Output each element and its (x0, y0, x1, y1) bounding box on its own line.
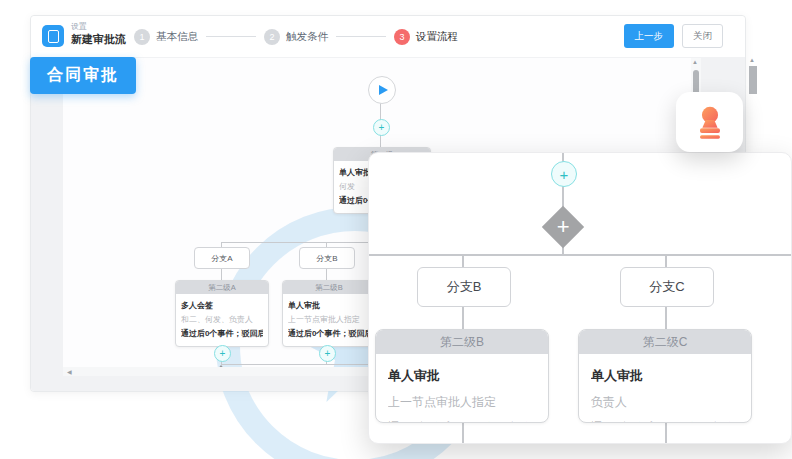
scroll-up-icon[interactable]: ▲ (692, 59, 698, 65)
add-node-button[interactable]: + (319, 345, 336, 362)
approver: 和二、何发、负责人 (181, 314, 263, 325)
approval-card-level2c[interactable]: 第二级C 单人审批 负责人 通过后0个事件；驳回后0个事件 (578, 329, 752, 423)
previous-step-button[interactable]: 上一步 (624, 24, 675, 48)
branch-node-b[interactable]: 分支B (299, 247, 355, 269)
card-header: 第二级B (283, 281, 375, 294)
connector-line (462, 254, 464, 267)
stamp-icon (691, 103, 729, 141)
step-label: 基本信息 (156, 30, 198, 44)
plus-icon: + (560, 166, 569, 183)
plus-icon: + (220, 348, 226, 359)
scroll-up-icon[interactable]: ▲ (749, 57, 755, 63)
page-title: 新建审批流 (71, 33, 126, 46)
branch-node-a[interactable]: 分支A (194, 247, 250, 269)
approver: 负责人 (591, 394, 739, 411)
connector-line (665, 305, 667, 329)
approval-card-level2b[interactable]: 第二级B 单人审批 上一节点审批人指定 通过后0个事件；驳回后0个事件 (282, 280, 376, 347)
window-header: 设置 新建审批流 1 基本信息 2 触发条件 3 设置流程 上一步 关闭 (31, 16, 745, 58)
plus-icon: + (325, 348, 331, 359)
scrollbar-thumb[interactable] (749, 66, 757, 94)
connector-line (462, 421, 464, 443)
step-number-badge: 2 (264, 29, 280, 45)
app-meta: 设置 新建审批流 (71, 22, 126, 46)
approval-type: 单人审批 (388, 367, 536, 385)
play-icon (379, 85, 388, 95)
branch-label: 分支B (316, 253, 337, 264)
approval-card-level2b[interactable]: 第二级B 单人审批 上一节点审批人指定 通过后0个事件；驳回后0个事件 (375, 329, 549, 423)
approver: 上一节点审批人指定 (388, 394, 536, 411)
branch-label: 分支C (649, 278, 684, 296)
app-label: 设置 (71, 22, 126, 32)
add-node-button[interactable]: + (373, 119, 390, 136)
connector-line (369, 254, 791, 256)
card-header: 第二级C (579, 330, 751, 354)
step-connector (336, 36, 386, 37)
approval-type: 多人会签 (181, 300, 263, 311)
app-icon (42, 25, 64, 47)
approval-type: 单人审批 (288, 300, 370, 311)
step-trigger-condition[interactable]: 2 触发条件 (264, 29, 328, 45)
approval-type: 单人审批 (591, 367, 739, 385)
close-button[interactable]: 关闭 (682, 24, 723, 48)
card-header: 第二级A (176, 281, 268, 294)
events-summary: 通过后0个事件；驳回后0个事件 (181, 328, 263, 339)
connector-line (665, 254, 667, 267)
branch-node-c[interactable]: 分支C (620, 267, 714, 307)
step-connector (206, 36, 256, 37)
plus-icon: + (379, 122, 385, 133)
step-number-badge: 3 (394, 29, 410, 45)
step-set-process[interactable]: 3 设置流程 (394, 29, 458, 45)
step-basic-info[interactable]: 1 基本信息 (134, 29, 198, 45)
connector-line (665, 421, 667, 443)
zoom-preview-panel: + + 分支B 分支C 第二级B 单人审批 上一节点审批人指定 通过后0个事件；… (368, 152, 792, 444)
start-node[interactable] (368, 76, 396, 104)
add-node-button[interactable]: + (214, 345, 231, 362)
events-summary: 通过后0个事件；驳回后0个事件 (591, 420, 739, 423)
events-summary: 通过后0个事件；驳回后0个事件 (288, 328, 370, 339)
step-label: 设置流程 (416, 30, 458, 44)
approval-card-level2a[interactable]: 第二级A 多人会签 和二、何发、负责人 通过后0个事件；驳回后0个事件 (175, 280, 269, 347)
step-number-badge: 1 (134, 29, 150, 45)
card-header: 第二级B (376, 330, 548, 354)
events-summary: 通过后0个事件；驳回后0个事件 (388, 420, 536, 423)
step-indicator: 1 基本信息 2 触发条件 3 设置流程 (134, 16, 458, 57)
connector-line (221, 242, 371, 243)
step-label: 触发条件 (286, 30, 328, 44)
branch-label: 分支B (447, 278, 482, 296)
document-icon (48, 30, 59, 43)
branch-label: 分支A (211, 253, 232, 264)
stamp-app-card (676, 92, 743, 152)
condition-gateway-node[interactable]: + (542, 206, 584, 248)
page-scrollbar-fragment[interactable]: ▲ (748, 57, 758, 97)
flow-name-tag: 合同审批 (30, 57, 136, 94)
connector-line (221, 364, 371, 365)
add-node-button[interactable]: + (551, 161, 577, 187)
branch-node-b[interactable]: 分支B (417, 267, 511, 307)
connector-line (462, 305, 464, 329)
plus-icon: + (557, 216, 570, 238)
approver: 上一节点审批人指定 (288, 314, 370, 325)
scroll-left-icon[interactable]: ◀ (67, 368, 72, 375)
header-buttons: 上一步 关闭 (624, 24, 724, 48)
